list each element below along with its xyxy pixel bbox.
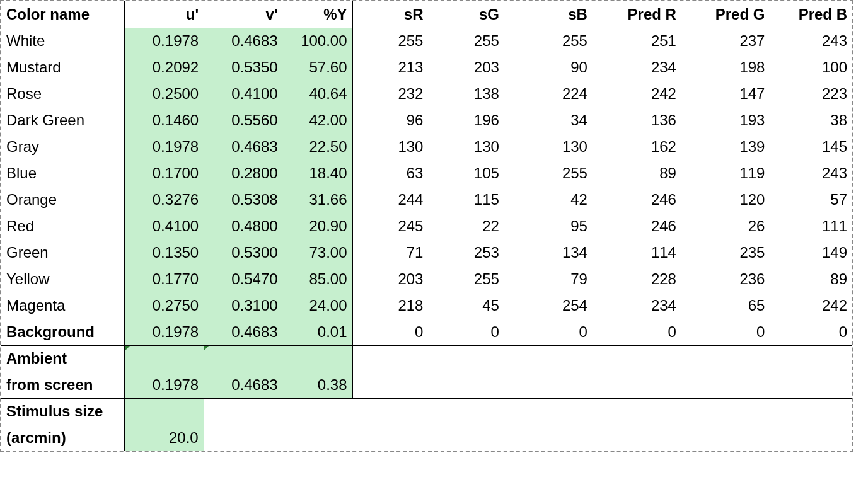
u-cell[interactable]: 0.1978 <box>125 134 204 160</box>
header-percent-y[interactable]: %Y <box>283 1 352 28</box>
empty-cell[interactable] <box>504 425 593 451</box>
v-cell[interactable]: 0.5350 <box>204 54 282 81</box>
v-cell[interactable]: 0.4100 <box>204 81 282 107</box>
sg-cell[interactable]: 253 <box>428 239 504 266</box>
pb-cell[interactable]: 111 <box>770 213 852 239</box>
pb-cell[interactable]: 149 <box>770 239 852 266</box>
sg-cell[interactable]: 255 <box>428 266 504 292</box>
background-label[interactable]: Background <box>1 319 125 345</box>
pb-cell[interactable]: 100 <box>770 54 852 81</box>
background-y[interactable]: 0.01 <box>283 319 352 345</box>
v-cell[interactable]: 0.4683 <box>204 28 282 54</box>
color-name-cell[interactable]: Dark Green <box>1 107 125 134</box>
header-color-name[interactable]: Color name <box>1 1 125 28</box>
u-cell[interactable]: 0.1460 <box>125 107 204 134</box>
sg-cell[interactable]: 138 <box>428 81 504 107</box>
y-cell[interactable]: 18.40 <box>283 160 352 186</box>
empty-cell[interactable] <box>428 372 504 398</box>
empty-cell[interactable] <box>352 425 428 451</box>
background-v[interactable]: 0.4683 <box>204 319 282 345</box>
stimulus-label-2[interactable]: (arcmin) <box>1 425 125 451</box>
v-cell[interactable]: 0.4800 <box>204 213 282 239</box>
pg-cell[interactable]: 119 <box>681 160 770 186</box>
pg-cell[interactable]: 120 <box>681 186 770 213</box>
color-name-cell[interactable]: Gray <box>1 134 125 160</box>
color-name-cell[interactable]: Yellow <box>1 266 125 292</box>
u-cell[interactable]: 0.2092 <box>125 54 204 81</box>
pr-cell[interactable]: 228 <box>593 266 681 292</box>
sr-cell[interactable]: 130 <box>352 134 428 160</box>
pr-cell[interactable]: 162 <box>593 134 681 160</box>
pr-cell[interactable]: 246 <box>593 186 681 213</box>
empty-cell[interactable] <box>428 398 504 425</box>
sb-cell[interactable]: 224 <box>504 81 593 107</box>
header-pred-b[interactable]: Pred B <box>770 1 852 28</box>
empty-cell[interactable] <box>428 345 504 372</box>
stimulus-value[interactable]: 20.0 <box>125 425 204 451</box>
empty-cell[interactable] <box>504 398 593 425</box>
y-cell[interactable]: 57.60 <box>283 54 352 81</box>
sr-cell[interactable]: 232 <box>352 81 428 107</box>
empty-cell[interactable] <box>770 425 852 451</box>
pg-cell[interactable]: 237 <box>681 28 770 54</box>
sb-cell[interactable]: 34 <box>504 107 593 134</box>
background-pg[interactable]: 0 <box>681 319 770 345</box>
u-cell[interactable]: 0.2750 <box>125 292 204 319</box>
empty-cell[interactable] <box>681 398 770 425</box>
sb-cell[interactable]: 130 <box>504 134 593 160</box>
y-cell[interactable]: 85.00 <box>283 266 352 292</box>
sb-cell[interactable]: 95 <box>504 213 593 239</box>
background-pb[interactable]: 0 <box>770 319 852 345</box>
pr-cell[interactable]: 234 <box>593 54 681 81</box>
background-sb[interactable]: 0 <box>504 319 593 345</box>
header-v-prime[interactable]: v' <box>204 1 282 28</box>
color-name-cell[interactable]: Rose <box>1 81 125 107</box>
sb-cell[interactable]: 42 <box>504 186 593 213</box>
color-name-cell[interactable]: Green <box>1 239 125 266</box>
background-sr[interactable]: 0 <box>352 319 428 345</box>
empty-cell[interactable] <box>681 345 770 372</box>
pg-cell[interactable]: 198 <box>681 54 770 81</box>
ambient-v-blank[interactable] <box>204 345 282 372</box>
ambient-label-1[interactable]: Ambient <box>1 345 125 372</box>
header-pred-g[interactable]: Pred G <box>681 1 770 28</box>
empty-cell[interactable] <box>283 398 352 425</box>
v-cell[interactable]: 0.3100 <box>204 292 282 319</box>
sg-cell[interactable]: 255 <box>428 28 504 54</box>
header-sr[interactable]: sR <box>352 1 428 28</box>
sg-cell[interactable]: 45 <box>428 292 504 319</box>
empty-cell[interactable] <box>504 345 593 372</box>
color-name-cell[interactable]: Red <box>1 213 125 239</box>
y-cell[interactable]: 20.90 <box>283 213 352 239</box>
sb-cell[interactable]: 254 <box>504 292 593 319</box>
u-cell[interactable]: 0.1770 <box>125 266 204 292</box>
sr-cell[interactable]: 63 <box>352 160 428 186</box>
y-cell[interactable]: 42.00 <box>283 107 352 134</box>
v-cell[interactable]: 0.5470 <box>204 266 282 292</box>
v-cell[interactable]: 0.4683 <box>204 134 282 160</box>
header-sb[interactable]: sB <box>504 1 593 28</box>
ambient-u[interactable]: 0.1978 <box>125 372 204 398</box>
empty-cell[interactable] <box>681 372 770 398</box>
color-name-cell[interactable]: White <box>1 28 125 54</box>
sb-cell[interactable]: 79 <box>504 266 593 292</box>
ambient-y[interactable]: 0.38 <box>283 372 352 398</box>
pr-cell[interactable]: 251 <box>593 28 681 54</box>
empty-cell[interactable] <box>204 425 282 451</box>
y-cell[interactable]: 100.00 <box>283 28 352 54</box>
v-cell[interactable]: 0.5300 <box>204 239 282 266</box>
pg-cell[interactable]: 65 <box>681 292 770 319</box>
pb-cell[interactable]: 57 <box>770 186 852 213</box>
v-cell[interactable]: 0.5308 <box>204 186 282 213</box>
empty-cell[interactable] <box>593 398 681 425</box>
sr-cell[interactable]: 71 <box>352 239 428 266</box>
pb-cell[interactable]: 243 <box>770 160 852 186</box>
ambient-label-2[interactable]: from screen <box>1 372 125 398</box>
header-pred-r[interactable]: Pred R <box>593 1 681 28</box>
sr-cell[interactable]: 203 <box>352 266 428 292</box>
empty-cell[interactable] <box>352 372 428 398</box>
sr-cell[interactable]: 245 <box>352 213 428 239</box>
empty-cell[interactable] <box>681 425 770 451</box>
pg-cell[interactable]: 26 <box>681 213 770 239</box>
color-name-cell[interactable]: Blue <box>1 160 125 186</box>
